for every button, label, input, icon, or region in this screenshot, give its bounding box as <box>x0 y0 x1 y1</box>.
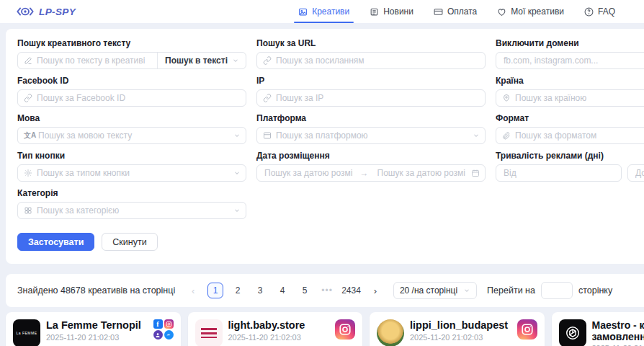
chevron-down-icon <box>233 132 241 139</box>
facebook-icon: f <box>153 319 163 329</box>
ad-duration-from-input[interactable] <box>496 165 621 181</box>
apply-button[interactable]: Застосувати <box>17 233 94 251</box>
page-button-5[interactable]: 5 <box>297 283 313 298</box>
nav-item-faq[interactable]: FAQ <box>584 0 615 23</box>
exclude-domains-input[interactable] <box>496 53 644 68</box>
avatar <box>195 319 223 346</box>
chevron-down-icon <box>463 287 470 294</box>
facebook-id-control <box>17 89 246 107</box>
picture-icon <box>298 7 308 17</box>
translate-icon: 文A <box>24 132 36 139</box>
avatar: La FEMME <box>13 319 40 346</box>
page-button-1[interactable]: 1 <box>207 283 223 298</box>
creative-card[interactable]: Maestro - кухні, меблі на замовлення в У… <box>552 312 644 346</box>
platform-input[interactable] <box>257 128 473 143</box>
link-icon <box>263 94 272 102</box>
url-label: Пошук за URL <box>256 38 486 48</box>
range-arrow-icon: → <box>359 168 370 178</box>
creative-date: 2025-11-20 21:02:03 <box>410 333 511 342</box>
credit-card-icon <box>434 7 443 17</box>
placement-date-label: Дата розміщення <box>256 151 486 161</box>
placement-date-to-input[interactable] <box>370 165 472 181</box>
chevron-down-icon <box>473 132 480 139</box>
results-found-text: Знайдено 48678 креативів на сторінці <box>17 285 175 296</box>
nav-item-news[interactable]: Новини <box>370 0 413 23</box>
format-control <box>496 127 644 144</box>
platform-select[interactable] <box>256 127 486 144</box>
chevron-down-icon <box>233 207 241 214</box>
window-icon <box>263 131 272 140</box>
category-label: Категорія <box>17 188 246 198</box>
pagination-ellipsis[interactable]: ••• <box>319 283 335 298</box>
brand-logo[interactable]: LP-SPY <box>16 6 76 17</box>
nav-label: FAQ <box>598 6 615 17</box>
button-type-select[interactable] <box>17 164 246 182</box>
country-control <box>496 89 644 107</box>
nav-label: Оплата <box>447 6 477 17</box>
creative-card[interactable]: La FEMME La Femme Ternopil 2025-11-20 21… <box>6 312 181 346</box>
heart-icon <box>497 7 506 17</box>
ip-control <box>256 89 486 107</box>
reset-button[interactable]: Скинути <box>102 233 157 251</box>
goto-page-input[interactable] <box>541 282 573 299</box>
pagination: ‹ 1 2 3 4 5 ••• 2434 › <box>185 283 383 298</box>
creative-name: lippi_lion_budapest <box>410 319 511 332</box>
format-label: Формат <box>496 113 644 123</box>
next-page-icon[interactable]: › <box>367 283 383 298</box>
url-input[interactable] <box>257 53 485 68</box>
facebook-id-input[interactable] <box>18 90 246 106</box>
prev-page-icon[interactable]: ‹ <box>185 283 201 298</box>
category-select[interactable] <box>17 202 246 219</box>
nav-item-my-creatives[interactable]: Мої креативи <box>497 0 564 23</box>
ad-duration-from-control <box>496 164 622 182</box>
placement-date-from-input[interactable] <box>257 165 359 181</box>
creative-card[interactable]: light.baby.store 2025-11-20 21:02:03 3 d… <box>188 312 363 346</box>
eye-logo-icon <box>16 6 35 17</box>
creative-name: La Femme Ternopil <box>46 319 148 332</box>
main-nav: Креативи Новини Оплата Мої креативи FAQ <box>298 0 615 23</box>
newspaper-icon <box>370 7 379 17</box>
instagram-icon <box>335 319 355 340</box>
chevron-down-icon <box>233 169 241 177</box>
button-type-label: Тип кнопки <box>17 151 246 161</box>
page-button-last[interactable]: 2434 <box>341 283 361 298</box>
country-label: Країна <box>496 76 644 86</box>
category-input[interactable] <box>18 203 233 218</box>
language-select[interactable]: 文A <box>17 127 246 144</box>
creative-date: 2025-11-20 21:02:03 <box>46 333 148 342</box>
creative-text-control: Пошук в тексті <box>17 52 246 69</box>
language-input[interactable] <box>18 128 233 143</box>
link-icon <box>263 56 272 65</box>
page-button-2[interactable]: 2 <box>230 283 246 298</box>
facebook-id-label: Facebook ID <box>17 76 246 86</box>
text-search-mode-select[interactable]: Пошук в тексті <box>157 53 246 68</box>
avatar <box>377 319 404 346</box>
ad-duration-label: Тривалість реклами (дні) <box>496 151 644 161</box>
url-control <box>256 52 486 69</box>
language-label: Мова <box>17 113 246 123</box>
calendar-icon <box>471 169 480 177</box>
ad-duration-to-input[interactable] <box>628 165 644 181</box>
grid-icon <box>24 206 32 215</box>
nav-label: Креативи <box>312 6 349 17</box>
filters-panel: Пошук креативного тексту Пошук в тексті … <box>6 29 644 264</box>
page-size-select[interactable]: 20 /на сторінці <box>393 282 477 299</box>
creative-card[interactable]: lippi_lion_budapest 2025-11-20 21:02:03 … <box>370 312 545 346</box>
goto-prefix: Перейти на <box>487 285 535 296</box>
ip-input[interactable] <box>257 90 485 106</box>
chevron-down-icon <box>232 57 239 64</box>
page-button-4[interactable]: 4 <box>274 283 290 298</box>
nav-label: Мої креативи <box>511 6 564 17</box>
nav-item-payment[interactable]: Оплата <box>434 0 477 23</box>
creative-text-input[interactable] <box>18 53 157 68</box>
ip-label: IP <box>256 76 486 86</box>
country-input[interactable] <box>496 90 644 106</box>
platform-label: Платформа <box>256 113 486 123</box>
nav-item-creatives[interactable]: Креативи <box>298 0 349 23</box>
person-icon <box>153 330 163 340</box>
page-button-3[interactable]: 3 <box>252 283 268 298</box>
placement-date-range[interactable]: → <box>256 164 486 182</box>
goto-suffix: сторінку <box>578 285 612 296</box>
button-type-input[interactable] <box>18 165 233 181</box>
format-input[interactable] <box>496 128 644 143</box>
